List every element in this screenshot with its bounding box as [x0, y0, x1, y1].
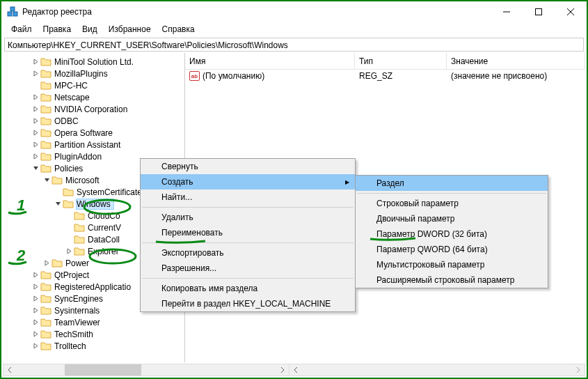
menu-favorites[interactable]: Избранное: [103, 23, 157, 36]
col-value[interactable]: Значение: [447, 53, 585, 70]
menu-item-label: Найти...: [161, 192, 192, 202]
expand-icon[interactable]: [31, 106, 40, 112]
col-name[interactable]: Имя: [185, 53, 355, 70]
close-button[interactable]: [555, 1, 587, 22]
svg-rect-0: [8, 12, 12, 16]
expand-icon[interactable]: [31, 284, 40, 290]
menu-item[interactable]: Разрешения...: [141, 261, 355, 276]
tree-node[interactable]: MPC-HC: [3, 79, 184, 91]
tree-node-label: Opera Software: [54, 128, 113, 138]
menu-item[interactable]: Переименовать: [141, 225, 355, 240]
menu-separator: [357, 193, 546, 194]
menu-item[interactable]: Экспортировать: [141, 245, 355, 261]
svg-rect-7: [536, 9, 542, 15]
menu-item[interactable]: Мультистроковый параметр: [356, 257, 548, 272]
tree-node[interactable]: Opera Software: [3, 127, 184, 139]
tree-node[interactable]: ODBC: [3, 115, 184, 127]
expand-icon[interactable]: [31, 272, 40, 278]
tree-node[interactable]: Netscape: [3, 91, 184, 103]
svg-rect-2: [10, 7, 15, 11]
expand-icon[interactable]: [31, 343, 40, 349]
address-bar[interactable]: Компьютер\HKEY_CURRENT_USER\Software\Pol…: [4, 38, 584, 52]
scroll-left-button-2[interactable]: [289, 364, 301, 376]
folder-icon: [40, 306, 51, 315]
menu-view[interactable]: Вид: [77, 23, 103, 36]
menu-item[interactable]: Свернуть: [141, 159, 355, 174]
menu-item[interactable]: Удалить: [141, 210, 355, 225]
scroll-right-button-2[interactable]: [572, 364, 585, 376]
expand-icon[interactable]: [42, 260, 51, 266]
tree-node-label: ODBC: [54, 116, 79, 126]
tree-node-label: QtProject: [54, 270, 89, 280]
expand-icon[interactable]: [31, 331, 40, 337]
scroll-left-button[interactable]: [3, 364, 16, 376]
folder-icon: [40, 116, 51, 125]
menu-edit[interactable]: Правка: [38, 23, 77, 36]
menu-help[interactable]: Справка: [157, 23, 200, 36]
tree-node[interactable]: MiniTool Solution Ltd.: [3, 56, 184, 68]
expand-icon[interactable]: [31, 118, 40, 124]
menu-item[interactable]: Раздел: [356, 176, 548, 191]
menu-item-label: Параметр DWORD (32 бита): [376, 229, 487, 239]
collapse-icon[interactable]: [42, 177, 51, 183]
tree-node-label: SystemCertificates: [77, 187, 146, 197]
menu-item[interactable]: Создать▶: [141, 174, 355, 190]
tree-node-label: Explorer: [88, 247, 119, 256]
folder-icon: [40, 270, 51, 279]
menu-item-label: Свернуть: [161, 162, 198, 171]
expand-icon[interactable]: [31, 141, 40, 148]
expand-icon[interactable]: [64, 248, 74, 254]
menu-item-label: Удалить: [161, 212, 193, 222]
expand-icon[interactable]: [31, 59, 40, 65]
tree-node[interactable]: Trolltech: [3, 340, 184, 352]
address-text: Компьютер\HKEY_CURRENT_USER\Software\Pol…: [8, 40, 288, 50]
expand-icon[interactable]: [31, 307, 40, 314]
menu-item-label: Двоичный параметр: [376, 214, 455, 224]
expand-icon[interactable]: [31, 70, 40, 77]
scroll-right-button[interactable]: [276, 364, 289, 376]
tree-node-label: TeamViewer: [54, 318, 100, 327]
menu-item-label: Создать: [161, 177, 193, 187]
tree-node-label: Policies: [54, 164, 83, 173]
list-header: Имя Тип Значение: [185, 53, 585, 70]
tree-node[interactable]: MozillaPlugins: [3, 68, 184, 79]
folder-icon: [74, 235, 85, 244]
collapse-icon[interactable]: [53, 201, 63, 207]
expand-icon[interactable]: [31, 153, 40, 160]
expand-icon[interactable]: [31, 295, 40, 302]
tree-node-label: PluginAddon: [54, 152, 102, 162]
menu-file[interactable]: Файл: [6, 23, 38, 36]
list-row[interactable]: ab (По умолчанию) REG_SZ (значение не пр…: [185, 70, 585, 82]
folder-icon: [40, 164, 51, 173]
tree-node[interactable]: TeamViewer: [3, 316, 184, 328]
menu-item[interactable]: Двоичный параметр: [356, 211, 548, 226]
app-icon: [7, 6, 18, 17]
expand-icon[interactable]: [31, 130, 40, 136]
menu-item[interactable]: Найти...: [141, 190, 355, 205]
folder-icon: [63, 187, 74, 196]
tree-node[interactable]: Partition Assistant: [3, 139, 184, 150]
folder-icon: [40, 318, 51, 327]
tree-node[interactable]: NVIDIA Corporation: [3, 103, 184, 115]
menu-item[interactable]: Параметр DWORD (32 бита): [356, 226, 548, 242]
expand-icon[interactable]: [31, 319, 40, 325]
svg-rect-1: [13, 12, 17, 16]
minimize-button[interactable]: [491, 1, 523, 22]
tree-node-label: Partition Assistant: [54, 140, 120, 150]
col-type[interactable]: Тип: [355, 53, 447, 70]
menu-item[interactable]: Копировать имя раздела: [141, 281, 355, 296]
menu-item[interactable]: Строковый параметр: [356, 196, 548, 211]
maximize-button[interactable]: [523, 1, 555, 22]
menu-item-label: Перейти в раздел HKEY_LOCAL_MACHINE: [161, 299, 331, 309]
expand-icon[interactable]: [31, 94, 40, 100]
tree-node[interactable]: TechSmith: [3, 328, 184, 340]
menu-item[interactable]: Перейти в раздел HKEY_LOCAL_MACHINE: [141, 296, 355, 311]
collapse-icon[interactable]: [31, 165, 40, 171]
titlebar[interactable]: Редактор реестра: [1, 1, 587, 22]
app-window: Редактор реестра Файл Правка Вид Избранн…: [0, 0, 588, 379]
scroll-thumb[interactable]: [65, 364, 141, 376]
value-name: (По умолчанию): [202, 71, 264, 81]
menu-item[interactable]: Расширяемый строковый параметр: [356, 272, 548, 288]
menu-item[interactable]: Параметр QWORD (64 бита): [356, 242, 548, 257]
scrollbar-horizontal[interactable]: [3, 364, 585, 376]
